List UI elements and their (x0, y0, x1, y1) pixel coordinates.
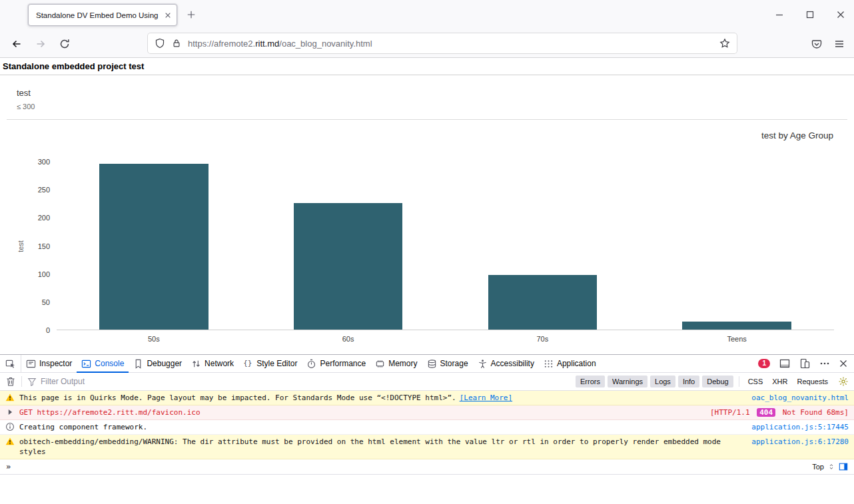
reload-button[interactable] (59, 39, 70, 49)
filter-output-wrap (27, 377, 570, 386)
filter-logs-button[interactable]: Logs (650, 376, 675, 387)
accessibility-icon (478, 359, 488, 369)
filter-xhr-button[interactable]: XHR (769, 376, 791, 387)
console-icon (81, 359, 91, 369)
inspector-icon (26, 359, 36, 369)
filter-requests-button[interactable]: Requests (794, 376, 831, 387)
source-link[interactable]: application.js:5:17445 (751, 422, 849, 432)
performance-icon (306, 359, 316, 369)
sidebar-toggle-icon[interactable] (839, 462, 848, 471)
console-settings-gear-icon[interactable] (838, 376, 849, 387)
pick-element-icon (5, 359, 15, 369)
debugger-icon (133, 359, 143, 369)
window-close-button[interactable] (837, 11, 845, 19)
application-icon (544, 359, 554, 369)
info-icon (5, 422, 15, 431)
toolbar-separator (21, 376, 22, 387)
bar-50s[interactable] (99, 164, 208, 330)
window-maximize-button[interactable] (806, 11, 814, 19)
filter-errors-button[interactable]: Errors (576, 376, 605, 387)
filter-output-input[interactable] (41, 377, 570, 386)
devtools-tab-performance[interactable]: Performance (302, 355, 370, 372)
network-icon (191, 359, 201, 369)
console-message-warning[interactable]: obitech-embedding/embedding/WARNING: The… (0, 435, 854, 459)
forward-button[interactable] (35, 39, 46, 49)
tab-title: Standalone DV Embed Demo Using (36, 11, 161, 19)
devtools-tab-console[interactable]: Console (77, 355, 129, 372)
bookmark-star-icon[interactable] (719, 38, 730, 49)
storage-icon (427, 359, 437, 369)
window-minimize-button[interactable] (775, 11, 783, 19)
filter-funnel-icon (27, 377, 37, 386)
devtools-tab-label: Application (557, 359, 596, 368)
bar-70s[interactable] (488, 275, 597, 330)
devtools-tab-styleeditor[interactable]: {}Style Editor (238, 355, 302, 372)
devtools-close-icon[interactable] (839, 360, 847, 368)
plot-area (57, 162, 834, 330)
learn-more-link[interactable]: [Learn More] (460, 393, 512, 402)
browser-window: Standalone DV Embed Demo Using https://a… (0, 0, 854, 504)
devtools-tab-application[interactable]: Application (539, 355, 601, 372)
source-link[interactable]: oac_blog_novanity.html (751, 393, 849, 403)
url-domain: ritt.md (255, 39, 279, 49)
new-tab-button[interactable] (187, 10, 196, 19)
devtools-tab-inspector[interactable]: Inspector (21, 355, 77, 372)
filter-css-button[interactable]: CSS (745, 376, 767, 387)
split-console-icon[interactable] (779, 358, 790, 369)
filter-title: test (17, 88, 837, 98)
evaluation-context-label: Top (812, 463, 824, 471)
y-tick-label: 0 (46, 326, 50, 335)
url-bar[interactable]: https://afremote2.ritt.md/oac_blog_novan… (148, 33, 737, 53)
tracking-protection-shield-icon[interactable] (155, 38, 165, 49)
pick-element-button[interactable] (0, 355, 21, 372)
page-heading-bar: Standalone embedded project test (0, 58, 854, 75)
devtools-meatball-menu-icon[interactable] (819, 358, 830, 369)
url-prefix: https://afremote2. (188, 39, 255, 49)
y-tick-label: 50 (42, 298, 50, 307)
url-text[interactable]: https://afremote2.ritt.md/oac_blog_novan… (188, 39, 714, 49)
embedded-chart-panel: test ≤ 300 test by Age Group test 050100… (0, 75, 854, 354)
clear-console-icon[interactable] (5, 376, 16, 387)
devtools-tab-storage[interactable]: Storage (422, 355, 473, 372)
console-input-row[interactable]: » Top (0, 459, 854, 475)
back-button[interactable] (11, 39, 22, 49)
y-tick-label: 200 (38, 213, 50, 222)
console-message-text: obitech-embedding/embedding/WARNING: The… (19, 437, 743, 457)
tab-close-icon[interactable] (165, 12, 171, 19)
window-controls (775, 0, 845, 29)
filter-warnings-button[interactable]: Warnings (608, 376, 647, 387)
bar-slot (446, 162, 640, 330)
bar-slot (640, 162, 834, 330)
chart-filter-bar[interactable]: test ≤ 300 (7, 75, 847, 120)
expand-arrow-icon[interactable] (5, 407, 15, 417)
console-message-error[interactable]: GET https://afremote2.ritt.md/favicon.ic… (0, 405, 854, 420)
devtools-tabbar-tabs: InspectorConsoleDebuggerNetwork{}Style E… (21, 355, 601, 372)
console-prompt[interactable]: » (6, 462, 11, 471)
console-message-text: GET https://afremote2.ritt.md/favicon.ic… (19, 407, 702, 417)
responsive-design-mode-icon[interactable] (799, 358, 810, 369)
pocket-icon[interactable] (811, 39, 822, 49)
console-message-info[interactable]: Creating component framework.application… (0, 420, 854, 435)
warning-icon (5, 437, 15, 446)
devtools-tab-debugger[interactable]: Debugger (129, 355, 187, 372)
devtools-tab-memory[interactable]: Memory (370, 355, 422, 372)
source-link[interactable]: application.js:6:17280 (751, 437, 849, 447)
bar-teens[interactable] (682, 322, 791, 330)
hamburger-menu-icon[interactable] (834, 39, 845, 49)
browser-tab[interactable]: Standalone DV Embed Demo Using (28, 4, 177, 26)
x-axis: 50s60s70sTeens (57, 330, 834, 343)
devtools-tab-label: Accessibility (491, 359, 534, 368)
warning-icon (5, 393, 15, 402)
devtools-tab-label: Style Editor (256, 359, 297, 368)
error-count-badge[interactable]: 1 (758, 359, 770, 368)
evaluation-context-selector[interactable]: Top (812, 462, 848, 471)
console-message-warning[interactable]: This page is in Quirks Mode. Page layout… (0, 391, 854, 405)
devtools-tab-accessibility[interactable]: Accessibility (473, 355, 539, 372)
http-status[interactable]: [HTTP/1.1 404 Not Found 68ms] (710, 407, 849, 417)
y-tick-label: 250 (38, 185, 50, 194)
bar-60s[interactable] (294, 203, 402, 330)
lock-icon[interactable] (172, 39, 181, 48)
devtools-tab-network[interactable]: Network (187, 355, 238, 372)
filter-info-button[interactable]: Info (678, 376, 699, 387)
filter-debug-button[interactable]: Debug (702, 376, 733, 387)
